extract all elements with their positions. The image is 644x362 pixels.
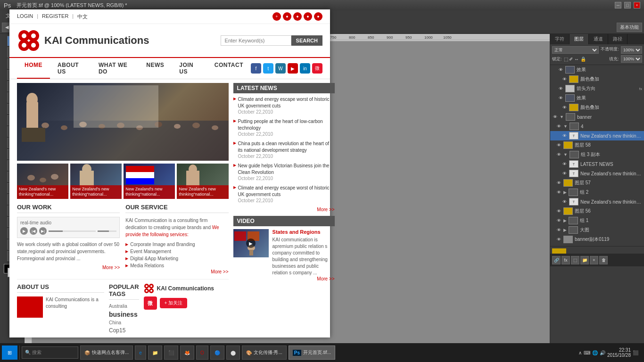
nav-contact[interactable]: CONTACT (207, 58, 251, 79)
panel-tab-layers[interactable]: 图层 (570, 34, 589, 44)
maximize-button[interactable]: □ (624, 2, 631, 8)
news-item-5-title[interactable]: Climate and energy escape worst of histo… (238, 185, 335, 198)
nav-weibo[interactable]: 微 (312, 63, 322, 74)
tag-australia[interactable]: Australia (109, 304, 127, 309)
layer-eye-5[interactable]: 👁 (561, 105, 567, 110)
layer-eye-10[interactable]: 👁 (556, 152, 561, 157)
taskbar-item-ie[interactable]: e (135, 346, 146, 354)
tray-volume[interactable]: 🔊 (600, 350, 605, 354)
layer-eye-6[interactable]: 👁 (552, 114, 558, 120)
audio-next-btn[interactable]: ▶| (39, 227, 47, 235)
workspace-button[interactable]: 基本功能 (617, 23, 642, 32)
layer-expand-10[interactable]: ▼ (563, 152, 568, 157)
new-layer-btn[interactable]: + (590, 256, 598, 264)
volume-bar[interactable] (98, 230, 116, 232)
news-item-2-title[interactable]: Putting people at the heart of low-carbo… (238, 118, 335, 132)
search-input[interactable] (221, 41, 291, 46)
audio-prev-btn[interactable]: |◀ (32, 227, 37, 235)
thumb-1[interactable]: New Zealand's new thinking"national... (32, 164, 68, 199)
start-button[interactable]: ⊞ (2, 346, 17, 354)
panel-tab-paths[interactable]: 路径 (608, 34, 627, 44)
layer-eye-12[interactable]: 👁 (561, 171, 567, 176)
fill-select[interactable]: 100% (621, 55, 642, 63)
layer-group3-copy[interactable]: 👁 ▼ 组 3 副本 (550, 150, 644, 159)
new-group-btn[interactable]: 📁 (580, 256, 589, 264)
layer-eye-18[interactable]: 👁 (556, 227, 561, 233)
layer-group-4[interactable]: 👁 ▼ 4 (550, 122, 644, 131)
layer-group2[interactable]: 👁 ▶ 组 2 (550, 188, 644, 197)
layer-eye-17[interactable]: 👁 (556, 218, 561, 223)
taskbar-item-explorer[interactable]: 📁 (148, 346, 162, 354)
layer-56[interactable]: 👁 图层 56 (550, 206, 644, 216)
thumb-2[interactable]: New Zealand's new thinking"national... (70, 164, 122, 199)
news-item-4-title[interactable]: New guide helps Victorian Business join … (238, 163, 335, 176)
tag-business[interactable]: business (109, 311, 138, 318)
panel-tab-channels[interactable]: 通道 (589, 34, 608, 44)
panel-tab-character[interactable]: 字符 (550, 34, 570, 44)
taskbar-item-culture[interactable]: 🎨 文化传播·秀... (242, 346, 287, 354)
layer-effect-3[interactable]: 👁 效果 (550, 93, 644, 103)
layer-eye-2[interactable]: 👁 (561, 76, 567, 82)
layer-58[interactable]: 👁 图层 58 (550, 140, 644, 150)
add-mask-btn[interactable]: ⬚ (571, 256, 579, 264)
layer-arrow[interactable]: 👁 箭头方向 fx (550, 84, 644, 93)
taskbar-item-ps[interactable]: Ps 开元首页.tif... (289, 346, 335, 354)
nav-whatwedo[interactable]: WHAT WE DO (91, 58, 139, 79)
video-play-btn[interactable]: ▶ (246, 239, 256, 248)
link-layers-btn[interactable]: 🔗 (552, 256, 561, 264)
layer-eye-13[interactable]: 👁 (556, 180, 561, 186)
layer-text-nz3[interactable]: 👁 T New Zealand's new thinking'n... (550, 197, 644, 206)
video-more-link[interactable]: More >> (317, 276, 334, 281)
nav-news[interactable]: NEWS (139, 58, 172, 79)
add-style-btn[interactable]: fx (561, 256, 570, 264)
layer-expand-18[interactable]: ▶ (563, 228, 567, 232)
tray-notification[interactable]: ⬛ (633, 350, 638, 354)
tag-china[interactable]: China (109, 320, 121, 325)
layer-eye-19[interactable]: 👁 (556, 237, 561, 242)
layer-expand-17[interactable]: ▶ (563, 218, 567, 223)
layer-effect-2[interactable]: 👁 颜色叠加 (550, 74, 644, 84)
minimize-button[interactable]: ─ (615, 2, 621, 8)
layer-bigimg[interactable]: 👁 ▶ 大图 (550, 225, 644, 235)
taskbar-item-firefox[interactable]: 🦊 (180, 346, 194, 354)
tray-arrow[interactable]: ∧ (578, 350, 582, 354)
layer-eye-4[interactable]: 👁 (558, 95, 563, 101)
news-item-1-title[interactable]: Climate and energy escape worst of histo… (238, 96, 335, 109)
nav-home[interactable]: HOME (32, 58, 50, 79)
layer-eye-9[interactable]: 👁 (556, 142, 561, 148)
layer-banner-copy[interactable]: 👁 banner副本0119 (550, 235, 644, 244)
nav-twitter[interactable]: t (263, 63, 273, 74)
taskbar-item-store[interactable]: ⬛ (164, 346, 178, 354)
news-item-3-title[interactable]: China puts a clean revolution at the hea… (238, 140, 335, 154)
taskbar-item-chrome[interactable]: ⬤ (226, 346, 240, 354)
layer-expand-6[interactable]: ▼ (560, 115, 564, 119)
layer-text-nz2[interactable]: 👁 T New Zealand's new thinking'n... (550, 169, 644, 178)
taskbar-search[interactable]: 🔍 搜索 (22, 346, 78, 354)
blend-mode-select[interactable]: 正常 (552, 46, 599, 54)
layer-eye-8[interactable]: 👁 (561, 133, 567, 139)
layer-eye-1[interactable]: 👁 (558, 67, 563, 73)
layer-effect-1[interactable]: 👁 效果 (550, 65, 644, 74)
weibo-follow-button[interactable]: + 加关注 (160, 298, 188, 308)
layer-eye-16[interactable]: 👁 (556, 208, 561, 214)
work-more-link[interactable]: More >> (102, 265, 120, 270)
layer-expand-7[interactable]: ▼ (563, 124, 568, 129)
nav-wordpress[interactable]: W (275, 63, 286, 74)
layer-57[interactable]: 👁 图层 57 (550, 178, 644, 188)
taskbar-item-kuaidi[interactable]: 📦 快递网点名客弹... (80, 346, 133, 354)
nav-joinus[interactable]: JOIN US (172, 58, 206, 79)
titlebar-controls[interactable]: ─ □ × (615, 2, 640, 8)
opacity-select[interactable]: 100% (621, 46, 642, 54)
canvas-scroll-area[interactable]: LOGIN | REGISTER | 中文 + ● ● (32, 41, 550, 343)
news-more-link[interactable]: More >> (233, 207, 335, 212)
layer-eye-11[interactable]: 👁 (561, 161, 567, 167)
layer-color-overlay[interactable]: 👁 颜色叠加 (550, 103, 644, 112)
search-button[interactable]: SEARCH (291, 41, 322, 46)
video-thumb[interactable]: ▶ (233, 229, 269, 257)
tray-network[interactable]: 🌐 (592, 350, 598, 354)
close-button[interactable]: × (634, 2, 640, 8)
nav-about[interactable]: ABOUT US (50, 58, 91, 79)
nav-youtube[interactable]: ▶ (288, 63, 298, 74)
tag-cop15[interactable]: Cop15 (109, 327, 125, 334)
layer-banner-group[interactable]: 👁 ▼ banner (550, 112, 644, 122)
